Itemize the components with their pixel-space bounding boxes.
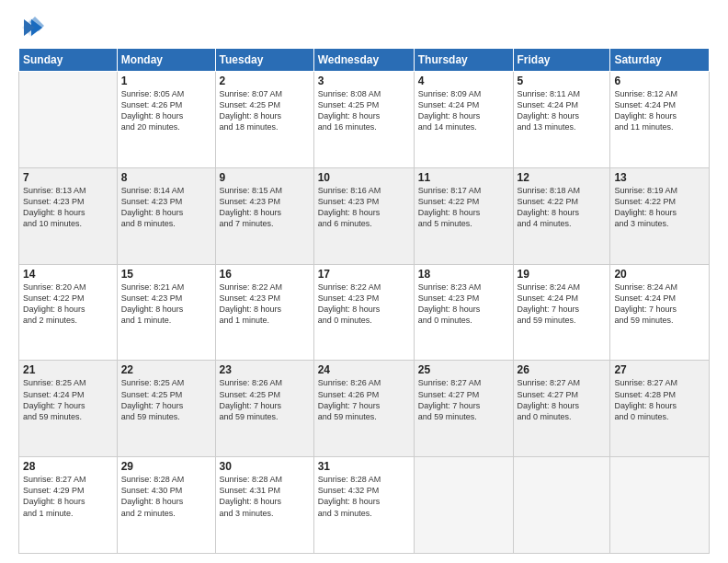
- day-number: 11: [418, 171, 509, 184]
- day-number: 22: [121, 363, 211, 376]
- day-info: Sunrise: 8:24 AMSunset: 4:24 PMDaylight:…: [518, 282, 607, 327]
- calendar-cell: 2Sunrise: 8:07 AMSunset: 4:25 PMDaylight…: [215, 72, 313, 168]
- weekday-friday: Friday: [513, 49, 610, 72]
- day-number: 8: [121, 171, 211, 184]
- calendar-cell: 24Sunrise: 8:26 AMSunset: 4:26 PMDayligh…: [313, 361, 414, 457]
- logo: [18, 15, 48, 40]
- day-info: Sunrise: 8:22 AMSunset: 4:23 PMDaylight:…: [318, 282, 410, 327]
- calendar-cell: 27Sunrise: 8:27 AMSunset: 4:28 PMDayligh…: [610, 361, 710, 457]
- calendar-cell: [513, 457, 610, 554]
- week-row-2: 7Sunrise: 8:13 AMSunset: 4:23 PMDaylight…: [19, 167, 710, 264]
- day-number: 17: [318, 268, 410, 281]
- weekday-thursday: Thursday: [414, 49, 513, 72]
- week-row-4: 21Sunrise: 8:25 AMSunset: 4:24 PMDayligh…: [19, 361, 710, 457]
- day-info: Sunrise: 8:26 AMSunset: 4:26 PMDaylight:…: [318, 377, 410, 422]
- day-info: Sunrise: 8:26 AMSunset: 4:25 PMDaylight:…: [220, 377, 310, 422]
- day-number: 2: [220, 75, 310, 87]
- calendar-cell: 6Sunrise: 8:12 AMSunset: 4:24 PMDaylight…: [610, 72, 710, 168]
- week-row-5: 28Sunrise: 8:27 AMSunset: 4:29 PMDayligh…: [19, 457, 710, 554]
- calendar-cell: 4Sunrise: 8:09 AMSunset: 4:24 PMDaylight…: [414, 72, 513, 168]
- day-info: Sunrise: 8:28 AMSunset: 4:31 PMDaylight:…: [220, 474, 310, 519]
- day-info: Sunrise: 8:24 AMSunset: 4:24 PMDaylight:…: [614, 282, 705, 327]
- weekday-wednesday: Wednesday: [313, 49, 414, 72]
- day-info: Sunrise: 8:11 AMSunset: 4:24 PMDaylight:…: [518, 88, 607, 133]
- weekday-tuesday: Tuesday: [215, 49, 313, 72]
- calendar-cell: 9Sunrise: 8:15 AMSunset: 4:23 PMDaylight…: [215, 167, 313, 264]
- weekday-monday: Monday: [117, 49, 215, 72]
- calendar-cell: 13Sunrise: 8:19 AMSunset: 4:22 PMDayligh…: [610, 167, 710, 264]
- day-number: 21: [23, 363, 113, 376]
- logo-icon: [18, 15, 44, 40]
- calendar-cell: 15Sunrise: 8:21 AMSunset: 4:23 PMDayligh…: [117, 264, 215, 361]
- calendar-cell: 18Sunrise: 8:23 AMSunset: 4:23 PMDayligh…: [414, 264, 513, 361]
- day-info: Sunrise: 8:27 AMSunset: 4:27 PMDaylight:…: [418, 377, 509, 422]
- day-info: Sunrise: 8:18 AMSunset: 4:22 PMDaylight:…: [518, 185, 607, 230]
- day-info: Sunrise: 8:16 AMSunset: 4:23 PMDaylight:…: [318, 185, 410, 230]
- day-number: 19: [518, 268, 607, 281]
- day-info: Sunrise: 8:08 AMSunset: 4:25 PMDaylight:…: [318, 88, 410, 133]
- day-info: Sunrise: 8:27 AMSunset: 4:29 PMDaylight:…: [23, 474, 113, 519]
- day-info: Sunrise: 8:17 AMSunset: 4:22 PMDaylight:…: [418, 185, 509, 230]
- day-number: 4: [418, 75, 509, 87]
- calendar-cell: 5Sunrise: 8:11 AMSunset: 4:24 PMDaylight…: [513, 72, 610, 168]
- day-info: Sunrise: 8:27 AMSunset: 4:28 PMDaylight:…: [614, 377, 705, 422]
- day-info: Sunrise: 8:15 AMSunset: 4:23 PMDaylight:…: [220, 185, 310, 230]
- day-number: 1: [121, 75, 211, 87]
- calendar-cell: 30Sunrise: 8:28 AMSunset: 4:31 PMDayligh…: [215, 457, 313, 554]
- day-number: 6: [614, 75, 705, 87]
- day-info: Sunrise: 8:12 AMSunset: 4:24 PMDaylight:…: [614, 88, 705, 133]
- day-number: 13: [614, 171, 705, 184]
- day-number: 12: [518, 171, 607, 184]
- day-number: 30: [220, 460, 310, 473]
- calendar-cell: 23Sunrise: 8:26 AMSunset: 4:25 PMDayligh…: [215, 361, 313, 457]
- day-info: Sunrise: 8:22 AMSunset: 4:23 PMDaylight:…: [220, 282, 310, 327]
- day-info: Sunrise: 8:28 AMSunset: 4:30 PMDaylight:…: [121, 474, 211, 519]
- page: SundayMondayTuesdayWednesdayThursdayFrid…: [0, 0, 728, 563]
- day-info: Sunrise: 8:13 AMSunset: 4:23 PMDaylight:…: [23, 185, 113, 230]
- week-row-3: 14Sunrise: 8:20 AMSunset: 4:22 PMDayligh…: [19, 264, 710, 361]
- calendar-cell: 10Sunrise: 8:16 AMSunset: 4:23 PMDayligh…: [313, 167, 414, 264]
- calendar-cell: 17Sunrise: 8:22 AMSunset: 4:23 PMDayligh…: [313, 264, 414, 361]
- calendar-cell: 29Sunrise: 8:28 AMSunset: 4:30 PMDayligh…: [117, 457, 215, 554]
- header: [18, 15, 710, 40]
- calendar-cell: 25Sunrise: 8:27 AMSunset: 4:27 PMDayligh…: [414, 361, 513, 457]
- day-number: 18: [418, 268, 509, 281]
- calendar-body: 1Sunrise: 8:05 AMSunset: 4:26 PMDaylight…: [19, 72, 710, 554]
- day-info: Sunrise: 8:23 AMSunset: 4:23 PMDaylight:…: [418, 282, 509, 327]
- day-info: Sunrise: 8:25 AMSunset: 4:24 PMDaylight:…: [23, 377, 113, 422]
- calendar-cell: 14Sunrise: 8:20 AMSunset: 4:22 PMDayligh…: [19, 264, 118, 361]
- day-number: 3: [318, 75, 410, 87]
- day-number: 9: [220, 171, 310, 184]
- weekday-header: SundayMondayTuesdayWednesdayThursdayFrid…: [19, 49, 710, 72]
- day-number: 26: [518, 363, 607, 376]
- day-number: 7: [23, 171, 113, 184]
- calendar-cell: [414, 457, 513, 554]
- calendar-cell: 20Sunrise: 8:24 AMSunset: 4:24 PMDayligh…: [610, 264, 710, 361]
- day-info: Sunrise: 8:25 AMSunset: 4:25 PMDaylight:…: [121, 377, 211, 422]
- calendar-cell: 1Sunrise: 8:05 AMSunset: 4:26 PMDaylight…: [117, 72, 215, 168]
- calendar-cell: 7Sunrise: 8:13 AMSunset: 4:23 PMDaylight…: [19, 167, 118, 264]
- calendar-cell: 19Sunrise: 8:24 AMSunset: 4:24 PMDayligh…: [513, 264, 610, 361]
- day-number: 5: [518, 75, 607, 87]
- week-row-1: 1Sunrise: 8:05 AMSunset: 4:26 PMDaylight…: [19, 72, 710, 168]
- day-number: 28: [23, 460, 113, 473]
- day-number: 24: [318, 363, 410, 376]
- calendar-cell: 22Sunrise: 8:25 AMSunset: 4:25 PMDayligh…: [117, 361, 215, 457]
- calendar-cell: 21Sunrise: 8:25 AMSunset: 4:24 PMDayligh…: [19, 361, 118, 457]
- calendar-cell: [19, 72, 118, 168]
- day-info: Sunrise: 8:19 AMSunset: 4:22 PMDaylight:…: [614, 185, 705, 230]
- calendar: SundayMondayTuesdayWednesdayThursdayFrid…: [18, 48, 710, 554]
- day-info: Sunrise: 8:14 AMSunset: 4:23 PMDaylight:…: [121, 185, 211, 230]
- calendar-cell: 28Sunrise: 8:27 AMSunset: 4:29 PMDayligh…: [19, 457, 118, 554]
- day-info: Sunrise: 8:09 AMSunset: 4:24 PMDaylight:…: [418, 88, 509, 133]
- calendar-cell: 26Sunrise: 8:27 AMSunset: 4:27 PMDayligh…: [513, 361, 610, 457]
- calendar-cell: 31Sunrise: 8:28 AMSunset: 4:32 PMDayligh…: [313, 457, 414, 554]
- calendar-cell: 12Sunrise: 8:18 AMSunset: 4:22 PMDayligh…: [513, 167, 610, 264]
- day-info: Sunrise: 8:07 AMSunset: 4:25 PMDaylight:…: [220, 88, 310, 133]
- day-number: 23: [220, 363, 310, 376]
- weekday-saturday: Saturday: [610, 49, 710, 72]
- day-number: 29: [121, 460, 211, 473]
- calendar-cell: 11Sunrise: 8:17 AMSunset: 4:22 PMDayligh…: [414, 167, 513, 264]
- day-number: 14: [23, 268, 113, 281]
- weekday-sunday: Sunday: [19, 49, 118, 72]
